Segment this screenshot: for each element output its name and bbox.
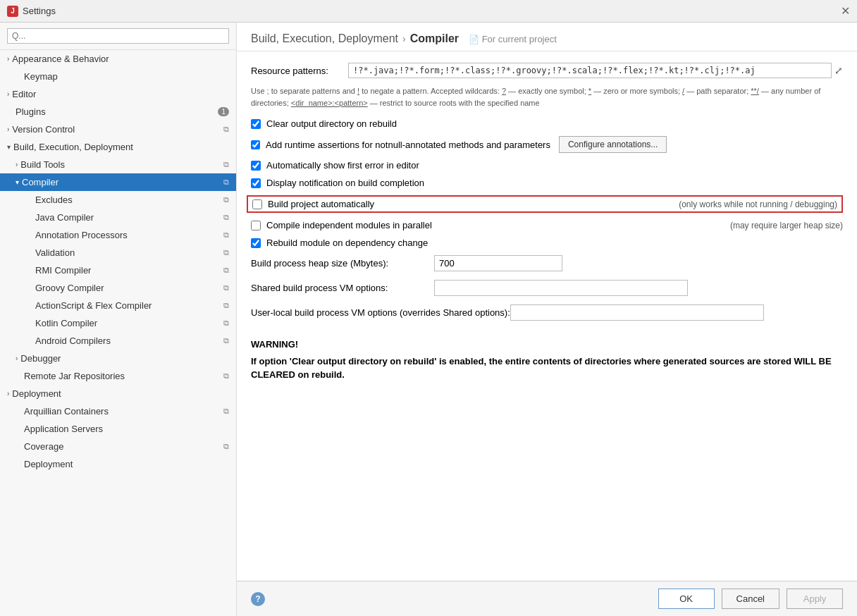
sidebar-item-label: Android Compilers [35,335,111,346]
option-compile-parallel: Compile independent modules in parallel … [251,220,843,230]
sidebar-item-version-control[interactable]: ›Version Control⧉ [0,121,236,138]
compile-parallel-label[interactable]: Compile independent modules in parallel [266,220,432,230]
sidebar-item-label: Coverage [24,441,63,452]
sidebar-item-arquillian[interactable]: Arquillian Containers⧉ [0,402,236,420]
sidebar-item-build-tools[interactable]: ›Build Tools⧉ [0,156,236,173]
sidebar-item-excludes[interactable]: Excludes⧉ [0,191,236,209]
copy-icon[interactable]: ⧉ [223,283,229,292]
copy-icon[interactable]: ⧉ [223,319,229,328]
compile-parallel-sidenote: (may require larger heap size) [716,221,843,230]
copy-icon[interactable]: ⧉ [223,248,229,257]
sidebar-item-application-servers[interactable]: Application Servers [0,420,236,438]
sidebar-item-label: Kotlin Compiler [35,318,97,328]
add-runtime-label[interactable]: Add runtime assertions for notnull-annot… [266,140,550,150]
user-local-vm-input[interactable] [510,304,764,321]
sidebar-item-label: Validation [35,247,75,258]
copy-icon[interactable]: ⧉ [223,230,229,240]
breadcrumb-2: Compiler [410,32,459,45]
sidebar-item-kotlin-compiler[interactable]: Kotlin Compiler⧉ [0,314,236,332]
option-build-auto: Build project automatically (only works … [247,195,843,213]
arrow-icon: › [7,90,9,98]
expand-icon[interactable]: ⤢ [834,65,843,76]
cancel-button[interactable]: Cancel [722,589,779,609]
rebuild-module-label[interactable]: Rebuild module on dependency change [266,238,428,248]
copy-icon[interactable]: ⧉ [223,336,229,345]
sidebar-item-label: Debugger [20,353,61,364]
auto-show-error-checkbox[interactable] [251,161,261,171]
sidebar-item-label: Editor [12,89,36,99]
resource-patterns-input[interactable] [348,63,832,78]
copy-icon[interactable]: ⧉ [223,213,229,222]
sidebar-item-editor[interactable]: ›Editor [0,85,236,103]
clear-output-label[interactable]: Clear output directory on rebuild [266,118,397,129]
sidebar-item-label: Annotation Processors [35,230,128,240]
sidebar-item-label: RMI Compiler [35,265,91,276]
sidebar-item-rmi-compiler[interactable]: RMI Compiler⧉ [0,261,236,279]
option-auto-show-error: Automatically show first error in editor [251,160,843,171]
sidebar-item-groovy-compiler[interactable]: Groovy Compiler⧉ [0,279,236,297]
sidebar-item-label: Groovy Compiler [35,283,104,293]
sidebar-item-build-execution-deployment[interactable]: ▾Build, Execution, Deployment [0,138,236,156]
copy-icon[interactable]: ⧉ [223,195,229,204]
clear-output-checkbox[interactable] [251,119,261,129]
rebuild-module-checkbox[interactable] [251,238,261,248]
add-runtime-checkbox[interactable] [251,140,260,149]
sidebar-item-label: ActionScript & Flex Compiler [35,300,152,311]
auto-show-error-label[interactable]: Automatically show first error in editor [266,160,419,171]
resource-patterns-label: Resource patterns: [251,63,343,76]
copy-icon[interactable]: ⧉ [223,442,229,451]
copy-icon[interactable]: ⧉ [223,266,229,275]
sidebar-item-deployment[interactable]: ›Deployment [0,385,236,402]
sidebar-item-keymap[interactable]: Keymap [0,68,236,85]
sidebar-item-label: Arquillian Containers [24,406,109,417]
heap-size-label: Build process heap size (Mbytes): [251,258,434,269]
sidebar-item-compiler[interactable]: ▾Compiler⧉ [0,173,236,191]
apply-button[interactable]: Apply [787,589,843,609]
search-input[interactable] [7,28,229,44]
sidebar-item-appearance[interactable]: ›Appearance & Behavior [0,50,236,68]
resource-patterns-section: Resource patterns: ⤢ [251,63,843,78]
copy-icon[interactable]: ⧉ [223,178,229,187]
build-auto-sidenote: (only works while not running / debuggin… [665,199,837,209]
sidebar-item-android-compilers[interactable]: Android Compilers⧉ [0,332,236,350]
copy-icon[interactable]: ⧉ [223,125,229,134]
compile-parallel-checkbox[interactable] [251,221,261,230]
sidebar-item-debugger[interactable]: ›Debugger [0,350,236,367]
copy-icon[interactable]: ⧉ [223,160,229,169]
close-button[interactable]: ✕ [841,4,850,18]
build-auto-checkbox[interactable] [252,199,262,209]
sidebar-item-deployment2[interactable]: Deployment [0,455,236,473]
search-area[interactable] [0,23,236,50]
heap-size-input[interactable] [434,255,562,271]
shared-vm-input[interactable] [434,280,688,296]
configure-annotations-button[interactable]: Configure annotations... [559,136,667,153]
sidebar-item-plugins[interactable]: Plugins1 [0,103,236,121]
help-button[interactable]: ? [251,592,265,606]
copy-icon[interactable]: ⧉ [223,301,229,310]
warning-text: If option 'Clear output directory on reb… [251,355,843,382]
arrow-icon: ▾ [16,178,19,186]
sidebar-item-label: Keymap [24,71,58,82]
warning-title: WARNING! [251,338,843,352]
display-notification-label[interactable]: Display notification on build completion [266,178,424,188]
sidebar-item-actionscript-compiler[interactable]: ActionScript & Flex Compiler⧉ [0,297,236,314]
arrow-icon: › [16,355,18,362]
shared-vm-label: Shared build process VM options: [251,283,434,293]
build-auto-label[interactable]: Build project automatically [268,199,374,209]
sidebar-item-annotation-processors[interactable]: Annotation Processors⧉ [0,226,236,244]
sidebar-item-coverage[interactable]: Coverage⧉ [0,438,236,455]
sidebar-item-label: Remote Jar Repositories [24,371,125,381]
breadcrumb-separator: › [402,33,406,44]
ok-button[interactable]: OK [658,589,715,609]
app-icon: J [7,6,18,17]
option-display-notification: Display notification on build completion [251,178,843,188]
panel-body: Resource patterns: ⤢ Use ; to separate p… [237,51,857,581]
display-notification-checkbox[interactable] [251,178,261,188]
copy-icon[interactable]: ⧉ [223,371,229,381]
sidebar-item-remote-jar[interactable]: Remote Jar Repositories⧉ [0,367,236,385]
window-title: Settings [23,6,56,16]
sidebar-item-validation[interactable]: Validation⧉ [0,244,236,261]
copy-icon[interactable]: ⧉ [223,407,229,416]
sidebar-item-java-compiler[interactable]: Java Compiler⧉ [0,209,236,226]
sidebar-item-label: Application Servers [24,424,103,434]
